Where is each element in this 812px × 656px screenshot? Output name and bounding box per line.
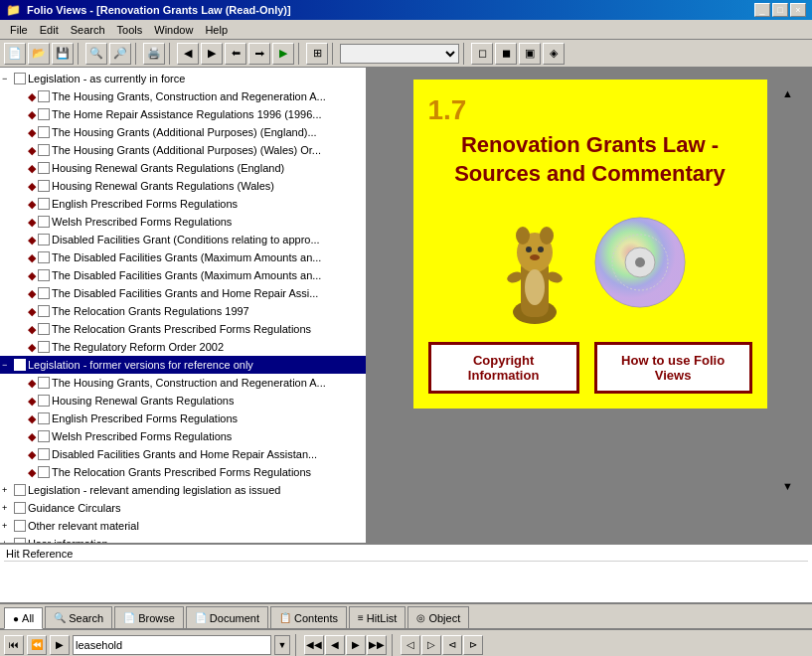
checkbox-current[interactable]	[14, 73, 26, 84]
tree-panel[interactable]: − Legislation - as currently in force ◆ …	[0, 68, 368, 543]
tab-search[interactable]: 🔍 Search	[45, 606, 112, 628]
content-scroll-up[interactable]: ▲	[782, 87, 796, 99]
tree-item-guidance[interactable]: + Guidance Circulars	[0, 499, 366, 517]
tree-item-12[interactable]: ◆ The Disabled Facilities Grants and Hom…	[0, 284, 366, 302]
checkbox-7[interactable]	[38, 198, 50, 210]
page-next-button[interactable]: ▷	[421, 635, 441, 655]
media-play-button[interactable]: ▶	[50, 635, 70, 655]
tree-item-legislation-current[interactable]: − Legislation - as currently in force	[0, 70, 366, 87]
checkbox-13[interactable]	[38, 305, 50, 317]
tree-item-14[interactable]: ◆ The Relocation Grants Prescribed Forms…	[0, 320, 366, 338]
checkbox-former[interactable]	[14, 359, 26, 371]
tree-item-f5[interactable]: ◆ Disabled Facilities Grants and Home Re…	[0, 445, 366, 463]
checkbox-f6[interactable]	[38, 466, 50, 478]
print-button[interactable]: 🖨️	[143, 43, 165, 65]
expander-user[interactable]: +	[2, 536, 14, 543]
tab-all[interactable]: ● All	[4, 607, 43, 629]
tree-item-f1[interactable]: ◆ The Housing Grants, Construction and R…	[0, 374, 366, 392]
checkbox-14[interactable]	[38, 323, 50, 335]
minimize-button[interactable]: _	[754, 3, 770, 17]
tree-item-13[interactable]: ◆ The Relocation Grants Regulations 1997	[0, 302, 366, 320]
tree-item-f6[interactable]: ◆ The Relocation Grants Prescribed Forms…	[0, 463, 366, 481]
checkbox-2[interactable]	[38, 108, 50, 120]
howto-button[interactable]: How to use Folio Views	[594, 342, 752, 394]
menu-tools[interactable]: Tools	[111, 22, 149, 38]
expander-amend[interactable]: +	[2, 482, 14, 498]
open-button[interactable]: 📂	[28, 43, 50, 65]
checkbox-9[interactable]	[38, 234, 50, 246]
expander-current[interactable]: −	[2, 71, 14, 86]
checkbox-amend[interactable]	[14, 484, 26, 496]
page-first-button[interactable]: ⊲	[442, 635, 462, 655]
search2-button[interactable]: 🔎	[109, 43, 131, 65]
tool1-button[interactable]: ◻	[471, 43, 493, 65]
menu-edit[interactable]: Edit	[34, 22, 65, 38]
checkbox-15[interactable]	[38, 341, 50, 353]
nav3-button[interactable]: ⬅	[225, 43, 246, 65]
expander-guidance[interactable]: +	[2, 500, 14, 516]
view-button[interactable]: ⊞	[306, 43, 328, 65]
combo-dropdown-arrow[interactable]: ▼	[274, 635, 290, 655]
media-start-button[interactable]: ⏮	[4, 635, 24, 655]
tab-browse[interactable]: 📄 Browse	[114, 606, 184, 628]
checkbox-12[interactable]	[38, 287, 50, 299]
tree-item-f4[interactable]: ◆ Welsh Prescribed Forms Regulations	[0, 427, 366, 445]
tree-item-5[interactable]: ◆ Housing Renewal Grants Regulations (En…	[0, 159, 366, 177]
checkbox-f5[interactable]	[38, 448, 50, 460]
media-prev-button[interactable]: ⏪	[27, 635, 47, 655]
tree-item-user[interactable]: + User information	[0, 535, 366, 543]
tree-item-3[interactable]: ◆ The Housing Grants (Additional Purpose…	[0, 123, 366, 141]
tree-item-f2[interactable]: ◆ Housing Renewal Grants Regulations	[0, 392, 366, 410]
checkbox-user[interactable]	[14, 538, 26, 543]
hit-prev-prev-button[interactable]: ◀◀	[304, 635, 324, 655]
back-button[interactable]: ◀	[177, 43, 199, 65]
nav4-button[interactable]: ⮕	[248, 43, 270, 65]
search-input[interactable]	[73, 635, 271, 655]
checkbox-f1[interactable]	[38, 377, 50, 389]
tree-item-11[interactable]: ◆ The Disabled Facilities Grants (Maximu…	[0, 266, 366, 284]
checkbox-other[interactable]	[14, 520, 26, 532]
tab-object[interactable]: ◎ Object	[407, 606, 469, 628]
copyright-button[interactable]: Copyright Information	[428, 342, 579, 394]
checkbox-f2[interactable]	[38, 395, 50, 407]
checkbox-3[interactable]	[38, 126, 50, 138]
checkbox-6[interactable]	[38, 180, 50, 192]
tree-item-f3[interactable]: ◆ English Prescribed Forms Regulations	[0, 410, 366, 427]
tree-item-2[interactable]: ◆ The Home Repair Assistance Regulations…	[0, 105, 366, 123]
tree-item-amend[interactable]: + Legislation - relevant amending legisl…	[0, 481, 366, 499]
tool3-button[interactable]: ▣	[519, 43, 541, 65]
forward-button[interactable]: ▶	[201, 43, 223, 65]
menu-help[interactable]: Help	[199, 22, 234, 38]
new-button[interactable]: 📄	[4, 43, 26, 65]
content-scroll-down[interactable]: ▼	[782, 480, 796, 492]
tool4-button[interactable]: ◈	[543, 43, 565, 65]
expander-other[interactable]: +	[2, 518, 14, 534]
tree-item-1[interactable]: ◆ The Housing Grants, Construction and R…	[0, 87, 366, 105]
checkbox-guidance[interactable]	[14, 502, 26, 514]
search-button[interactable]: 🔍	[85, 43, 107, 65]
close-button[interactable]: ×	[790, 3, 806, 17]
checkbox-11[interactable]	[38, 269, 50, 281]
menu-search[interactable]: Search	[65, 22, 111, 38]
tree-item-10[interactable]: ◆ The Disabled Facilities Grants (Maximu…	[0, 248, 366, 266]
tree-item-4[interactable]: ◆ The Housing Grants (Additional Purpose…	[0, 141, 366, 159]
tab-contents[interactable]: 📋 Contents	[270, 606, 347, 628]
maximize-button[interactable]: □	[772, 3, 788, 17]
save-button[interactable]: 💾	[52, 43, 74, 65]
checkbox-f3[interactable]	[38, 412, 50, 424]
tree-item-legislation-former[interactable]: − Legislation - former versions for refe…	[0, 356, 366, 374]
bookmark-button[interactable]: ▶	[272, 43, 294, 65]
menu-window[interactable]: Window	[148, 22, 199, 38]
tree-item-other[interactable]: + Other relevant material	[0, 517, 366, 535]
tool2-button[interactable]: ◼	[495, 43, 517, 65]
tab-document[interactable]: 📄 Document	[186, 606, 268, 628]
menu-file[interactable]: File	[4, 22, 34, 38]
hit-prev-button[interactable]: ◀	[325, 635, 345, 655]
tree-item-7[interactable]: ◆ English Prescribed Forms Regulations	[0, 195, 366, 213]
hit-next-next-button[interactable]: ▶▶	[367, 635, 387, 655]
checkbox-8[interactable]	[38, 216, 50, 228]
checkbox-4[interactable]	[38, 144, 50, 156]
expander-former[interactable]: −	[2, 357, 14, 373]
tree-item-6[interactable]: ◆ Housing Renewal Grants Regulations (Wa…	[0, 177, 366, 195]
content-panel[interactable]: 1.7 Renovation Grants Law - Sources and …	[368, 68, 812, 543]
